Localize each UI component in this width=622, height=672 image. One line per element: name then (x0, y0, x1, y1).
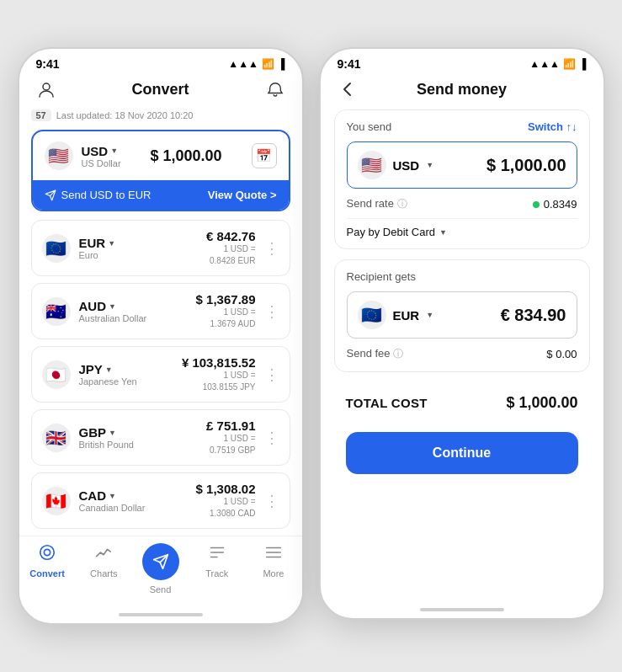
time-left: 9:41 (36, 57, 60, 71)
bottom-nav: Convert Charts Send Track (19, 536, 302, 606)
main-card-bottom[interactable]: Send USD to EUR View Quote > (33, 180, 289, 210)
sender-amount: $ 1,000.00 (486, 156, 566, 175)
gbp-amounts: £ 751.91 1 USD =0.7519 GBP (206, 419, 255, 456)
convert-icon (38, 543, 56, 566)
recipient-dropdown-arrow[interactable]: ▼ (426, 311, 433, 319)
update-text: Last updated: 18 Nov 2020 10:20 (56, 110, 194, 120)
aud-amounts: $ 1,367.89 1 USD =1.3679 AUD (196, 292, 256, 330)
sender-currency-selector[interactable]: 🇺🇸 USD ▼ (358, 151, 434, 179)
usd-code: USD ▼ (82, 144, 121, 158)
svg-point-2 (44, 549, 50, 555)
bell-icon[interactable] (263, 77, 287, 101)
eur-amounts: € 842.76 1 USD =0.8428 EUR (206, 229, 255, 267)
battery-icon: ▐ (278, 58, 285, 70)
aud-name-block: AUD ▼ Australian Dollar (79, 299, 147, 323)
track-nav-label: Track (205, 568, 228, 579)
battery-icon-right: ▐ (579, 58, 587, 70)
gbp-full: British Pound (79, 440, 134, 450)
recipient-currency-code: EUR (393, 308, 420, 323)
nav-send[interactable]: Send (132, 543, 189, 595)
divider (347, 218, 577, 219)
right-phone: 9:41 ▲▲▲ 📶 ▐ Send money You send Switch … (319, 47, 605, 620)
status-bar-right: 9:41 ▲▲▲ 📶 ▐ (321, 49, 603, 74)
eur-rate: 1 USD =0.8428 EUR (206, 243, 255, 267)
header-right: Send money (321, 74, 603, 109)
wifi-icon-right: 📶 (563, 58, 576, 70)
eur-flag: 🇪🇺 (42, 234, 71, 263)
aud-row[interactable]: 🇦🇺 AUD ▼ Australian Dollar $ 1,367.89 1 … (31, 283, 290, 339)
gbp-right: £ 751.91 1 USD =0.7519 GBP ⋮ (206, 419, 279, 456)
eur-right: € 842.76 1 USD =0.8428 EUR ⋮ (206, 229, 279, 267)
update-badge: 57 (31, 109, 51, 121)
more-icon (264, 543, 283, 566)
back-icon[interactable] (336, 77, 359, 101)
recipient-amount-row[interactable]: 🇪🇺 EUR ▼ € 834.90 (347, 291, 577, 339)
cad-row[interactable]: 🇨🇦 CAD ▼ Canadian Dollar $ 1,308.02 1 US… (31, 472, 290, 529)
page-title-right: Send money (359, 81, 565, 99)
eur-left: 🇪🇺 EUR ▼ Euro (42, 234, 116, 263)
usd-dropdown[interactable]: ▼ (110, 147, 118, 155)
cad-right: $ 1,308.02 1 USD =1.3080 CAD ⋮ (196, 482, 279, 520)
eur-menu[interactable]: ⋮ (264, 239, 279, 258)
gbp-code: GBP ▼ (79, 425, 134, 440)
total-cost-section: TOTAL COST $ 1,000.00 (334, 382, 590, 424)
send-amount-row[interactable]: 🇺🇸 USD ▼ $ 1,000.00 (347, 141, 577, 189)
view-quote-btn[interactable]: View Quote > (208, 189, 277, 201)
cad-name-block: CAD ▼ Canadian Dollar (79, 488, 146, 513)
eur-row[interactable]: 🇪🇺 EUR ▼ Euro € 842.76 1 USD =0.8428 EUR… (31, 220, 290, 276)
recipient-currency-selector[interactable]: 🇪🇺 EUR ▼ (358, 301, 434, 329)
jpy-row[interactable]: 🇯🇵 JPY ▼ Japanese Yen ¥ 103,815.52 1 USD… (31, 346, 290, 403)
cad-rate: 1 USD =1.3080 CAD (196, 496, 256, 520)
jpy-amount: ¥ 103,815.52 (182, 355, 256, 370)
last-updated-bar: 57 Last updated: 18 Nov 2020 10:20 (31, 109, 290, 121)
convert-content: 57 Last updated: 18 Nov 2020 10:20 🇺🇸 US… (19, 109, 302, 536)
calendar-icon[interactable]: 📅 (252, 143, 277, 168)
jpy-menu[interactable]: ⋮ (264, 365, 279, 384)
scene: 9:41 ▲▲▲ 📶 ▐ Convert 57 Last updated: 18… (1, 30, 622, 642)
home-bar-left (119, 613, 203, 616)
rate-info-icon[interactable]: ⓘ (397, 198, 407, 210)
charts-icon (94, 543, 113, 566)
svg-point-0 (43, 83, 50, 90)
nav-track[interactable]: Track (189, 543, 245, 595)
status-bar-left: 9:41 ▲▲▲ 📶 ▐ (19, 49, 302, 74)
send-nav-label: Send (150, 584, 172, 595)
cad-flag: 🇨🇦 (42, 487, 71, 515)
main-currency-left: 🇺🇸 USD ▼ US Dollar (45, 141, 121, 170)
gbp-left: 🇬🇧 GBP ▼ British Pound (42, 424, 134, 452)
gbp-row[interactable]: 🇬🇧 GBP ▼ British Pound £ 751.91 1 USD =0… (31, 409, 290, 466)
sender-dropdown-arrow[interactable]: ▼ (426, 161, 433, 169)
aud-full: Australian Dollar (79, 313, 147, 323)
cad-menu[interactable]: ⋮ (264, 492, 279, 510)
switch-btn[interactable]: Switch ↑↓ (528, 120, 577, 133)
eur-amount: € 842.76 (206, 229, 255, 243)
aud-right: $ 1,367.89 1 USD =1.3679 AUD ⋮ (196, 292, 279, 330)
nav-charts[interactable]: Charts (76, 543, 132, 595)
nav-more[interactable]: More (245, 543, 301, 595)
jpy-left: 🇯🇵 JPY ▼ Japanese Yen (42, 360, 137, 389)
cad-full: Canadian Dollar (79, 503, 146, 513)
jpy-full: Japanese Yen (79, 376, 137, 387)
pay-method-dropdown[interactable]: ▼ (439, 228, 447, 237)
continue-button[interactable]: Continue (346, 432, 578, 474)
aud-amount: $ 1,367.89 (196, 292, 256, 307)
gbp-menu[interactable]: ⋮ (264, 429, 279, 447)
send-usd-label: Send USD to EUR (45, 189, 152, 201)
nav-convert[interactable]: Convert (19, 543, 76, 595)
you-send-header: You send Switch ↑↓ (347, 120, 577, 133)
fee-info-icon[interactable]: ⓘ (393, 348, 403, 360)
status-icons-left: ▲▲▲ 📶 ▐ (228, 58, 284, 70)
aud-flag: 🇦🇺 (42, 297, 71, 326)
convert-nav-label: Convert (29, 568, 65, 579)
recipient-amount: € 834.90 (501, 306, 566, 325)
currency-list: 🇪🇺 EUR ▼ Euro € 842.76 1 USD =0.8428 EUR… (31, 220, 290, 529)
aud-menu[interactable]: ⋮ (264, 302, 279, 321)
profile-icon[interactable] (35, 77, 58, 101)
page-title-left: Convert (58, 81, 263, 99)
signal-icon: ▲▲▲ (228, 58, 258, 70)
send-center-btn[interactable] (142, 543, 179, 580)
main-currency-card[interactable]: 🇺🇸 USD ▼ US Dollar $ 1,000.00 📅 (31, 130, 290, 211)
pay-method-row[interactable]: Pay by Debit Card ▼ (347, 226, 577, 238)
total-cost-value: $ 1,000.00 (506, 394, 577, 412)
jpy-name-block: JPY ▼ Japanese Yen (79, 362, 137, 387)
